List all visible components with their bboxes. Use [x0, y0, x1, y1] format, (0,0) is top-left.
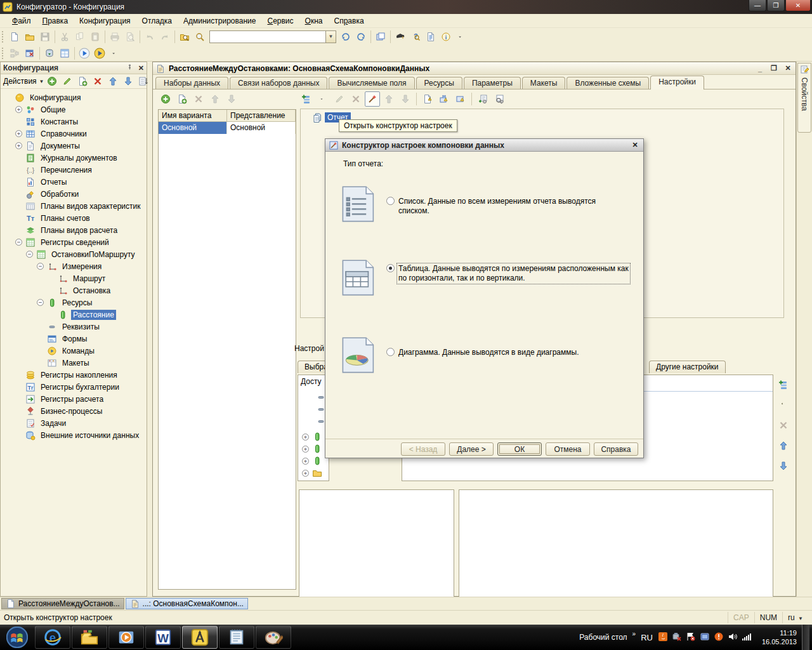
- window-tab[interactable]: ...: ОсновнаяСхемаКомпон...: [126, 598, 248, 609]
- report-type-option[interactable]: Список. Данные по всем измерениям отчета…: [386, 196, 630, 216]
- tree-item-Регистры накопления[interactable]: Регистры накопления: [1, 369, 147, 381]
- more-dropdown-icon[interactable]: [454, 29, 469, 44]
- tree-item-Формы[interactable]: Формы: [1, 333, 147, 345]
- taskbar-word-button[interactable]: W: [145, 626, 181, 649]
- search-combobox[interactable]: ▼: [209, 30, 336, 43]
- dialog-button-Далее[interactable]: Далее >: [449, 442, 494, 456]
- taskbar-notepad-button[interactable]: [219, 626, 254, 649]
- tray-chevron-icon[interactable]: »: [632, 630, 636, 637]
- open-icon[interactable]: [22, 29, 37, 44]
- search-dropdown-icon[interactable]: ▼: [325, 31, 336, 43]
- help-search-icon[interactable]: ?: [408, 29, 423, 44]
- taskbar-paint-button[interactable]: [256, 626, 291, 649]
- tab-Вложенные схемы[interactable]: Вложенные схемы: [566, 77, 649, 89]
- collapse-icon[interactable]: −: [15, 239, 22, 246]
- menu-Справка[interactable]: Справка: [328, 15, 369, 27]
- taskbar-language-indicator[interactable]: RU: [641, 633, 653, 642]
- actions-dropdown-icon[interactable]: ▼: [39, 79, 44, 84]
- check-settings-icon[interactable]: !: [420, 91, 435, 107]
- copy-window-icon[interactable]: [373, 29, 388, 44]
- tab-Параметры[interactable]: Параметры: [464, 77, 521, 89]
- new-linked-setting-icon[interactable]: [475, 91, 490, 107]
- add-icon[interactable]: [44, 74, 60, 89]
- tree-item-Константы[interactable]: Константы: [1, 116, 147, 128]
- variant-row[interactable]: ОсновнойОсновной: [159, 122, 296, 134]
- expand-icon[interactable]: +: [302, 458, 309, 465]
- tree-item-Регистры расчета[interactable]: Регистры расчета: [1, 393, 147, 405]
- debug-run-icon[interactable]: [92, 46, 107, 61]
- taskbar-explorer-button[interactable]: [72, 626, 107, 649]
- tree-item-Справочники[interactable]: +Справочники: [1, 128, 147, 140]
- find-prev-icon[interactable]: [353, 29, 369, 44]
- db-update-icon[interactable]: [42, 46, 57, 61]
- mdi-close-button[interactable]: ✕: [783, 63, 793, 73]
- find-icon[interactable]: [192, 29, 207, 44]
- desktop-toolbar-label[interactable]: Рабочий стол: [579, 633, 627, 642]
- load-settings-icon[interactable]: [436, 91, 452, 107]
- menu-Сервис[interactable]: Сервис: [261, 15, 299, 27]
- tree-item-Ресурсы[interactable]: −Ресурсы: [1, 296, 147, 308]
- report-type-option[interactable]: Таблица. Данные выводятся по измерениям …: [386, 263, 630, 284]
- edit-icon[interactable]: [60, 74, 75, 89]
- radio-unselected[interactable]: [386, 197, 395, 205]
- info-icon[interactable]: i: [438, 29, 454, 44]
- remote-tray-icon[interactable]: [700, 632, 710, 644]
- dropdown-icon[interactable]: [315, 91, 331, 107]
- move-down-icon[interactable]: [121, 74, 136, 89]
- new-document-icon[interactable]: [7, 29, 22, 44]
- move-down-icon[interactable]: [776, 458, 791, 474]
- find-setting-icon[interactable]: [492, 91, 507, 107]
- tab-Наборы данных[interactable]: Наборы данных: [155, 77, 228, 89]
- compare-config-icon[interactable]: [57, 46, 72, 61]
- device-error-tray-icon[interactable]: [672, 632, 682, 644]
- more-dropdown-icon[interactable]: [107, 46, 122, 61]
- tree-item-Регистры бухгалтерии[interactable]: ТrРегистры бухгалтерии: [1, 381, 147, 393]
- dialog-button-Отмена[interactable]: Отмена: [546, 442, 590, 456]
- close-config-icon[interactable]: [22, 46, 37, 61]
- tree-item-Команды[interactable]: Команды: [1, 345, 147, 357]
- tab-Макеты[interactable]: Макеты: [522, 77, 566, 89]
- alert-tray-icon[interactable]: [714, 632, 724, 644]
- tab-Ресурсы[interactable]: Ресурсы: [416, 77, 462, 89]
- expand-icon[interactable]: +: [15, 106, 22, 113]
- radio-selected[interactable]: [386, 264, 395, 272]
- add-icon[interactable]: [158, 91, 173, 107]
- tree-item-Обработки[interactable]: Обработки: [1, 188, 147, 200]
- restore-button[interactable]: ❐: [767, 0, 785, 11]
- tree-item-Конфигурация[interactable]: Конфигурация: [1, 91, 147, 103]
- column-header-Имя варианта[interactable]: Имя варианта: [159, 110, 227, 121]
- tree-item-Расстояние[interactable]: Расстояние: [1, 308, 147, 321]
- minimize-button[interactable]: —: [749, 0, 766, 11]
- menu-Администрирование[interactable]: Администрирование: [178, 15, 261, 27]
- tree-item-Планы видов характеристик[interactable]: Планы видов характеристик: [1, 200, 147, 212]
- selected-fields-tab[interactable]: Выбран: [298, 361, 327, 373]
- run-icon[interactable]: [77, 46, 92, 61]
- settings-wizard-icon[interactable]: [365, 91, 380, 107]
- find-next-icon[interactable]: [338, 29, 353, 44]
- add-copy-icon[interactable]: [75, 74, 90, 89]
- tree-item-Маршрут[interactable]: Маршрут: [1, 272, 147, 284]
- tree-item-Документы[interactable]: +Документы: [1, 140, 147, 152]
- tree-item-Журналы документов[interactable]: Журналы документов: [1, 152, 147, 164]
- tree-item-Планы счетов[interactable]: ТтПланы счетов: [1, 212, 147, 224]
- expand-icon[interactable]: +: [15, 142, 22, 149]
- column-header-Представление[interactable]: Представление: [227, 110, 296, 121]
- panel-close-icon[interactable]: ✕: [138, 64, 144, 72]
- taskbar-internet-explorer-button[interactable]: e: [35, 626, 70, 649]
- dialog-button-Справка[interactable]: Справка: [594, 442, 638, 456]
- volume-tray-icon[interactable]: [728, 632, 738, 644]
- collapse-icon[interactable]: −: [37, 299, 44, 306]
- small-arrow-icon[interactable]: [776, 397, 791, 413]
- taskbar-media-player-button[interactable]: [108, 626, 144, 649]
- tree-item-Отчеты[interactable]: Отчеты: [1, 176, 147, 188]
- tree-item-Макеты[interactable]: Макеты: [1, 357, 147, 369]
- add-list-icon[interactable]: [299, 91, 314, 107]
- menu-Окна[interactable]: Окна: [299, 15, 329, 27]
- tab-Вычисляемые поля[interactable]: Вычисляемые поля: [329, 77, 414, 89]
- menu-Файл[interactable]: Файл: [6, 15, 37, 27]
- java-tray-icon[interactable]: [658, 632, 668, 644]
- tab-Связи наборов данных[interactable]: Связи наборов данных: [230, 77, 327, 89]
- tab-Настройки[interactable]: Настройки: [650, 76, 704, 90]
- menu-Правка[interactable]: Правка: [37, 15, 74, 27]
- mdi-restore-button[interactable]: ❐: [769, 63, 779, 73]
